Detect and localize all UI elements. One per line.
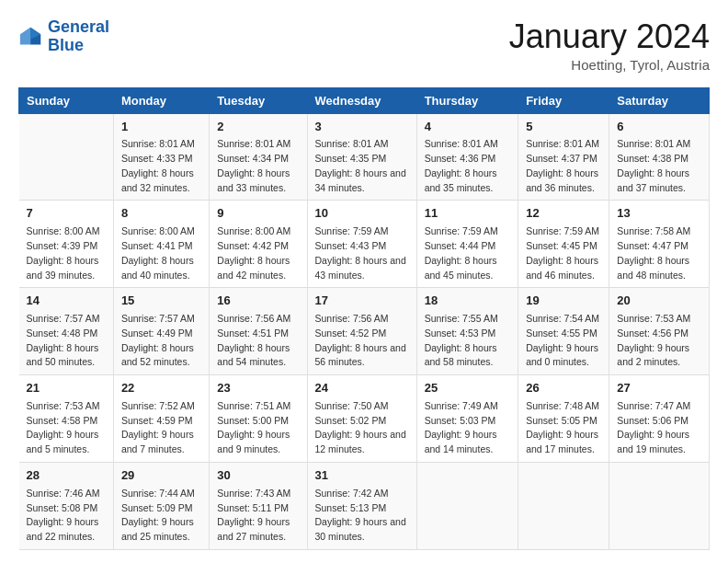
cell-w4-d2: 22Sunrise: 7:52 AMSunset: 4:59 PMDayligh… bbox=[113, 375, 209, 463]
week-row-5: 28Sunrise: 7:46 AMSunset: 5:08 PMDayligh… bbox=[19, 462, 710, 549]
cell-w1-d3: 2Sunrise: 8:01 AMSunset: 4:34 PMDaylight… bbox=[210, 113, 307, 201]
day-info-w1-d6: Sunrise: 8:01 AMSunset: 4:37 PMDaylight:… bbox=[526, 137, 601, 195]
cell-w3-d4: 17Sunrise: 7:56 AMSunset: 4:52 PMDayligh… bbox=[307, 288, 416, 375]
calendar-body: 1Sunrise: 8:01 AMSunset: 4:33 PMDaylight… bbox=[19, 113, 710, 549]
page-header: General Blue January 2024 Hoetting, Tyro… bbox=[18, 18, 710, 73]
header-sunday: Sunday bbox=[19, 87, 114, 113]
header-thursday: Thursday bbox=[416, 87, 518, 113]
day-number-w1-d4: 3 bbox=[315, 119, 409, 136]
day-number-w2-d7: 13 bbox=[617, 205, 701, 223]
cell-w2-d3: 9Sunrise: 8:00 AMSunset: 4:42 PMDaylight… bbox=[210, 201, 307, 288]
svg-marker-1 bbox=[20, 28, 30, 45]
cell-w4-d5: 25Sunrise: 7:49 AMSunset: 5:03 PMDayligh… bbox=[416, 375, 518, 463]
header-wednesday: Wednesday bbox=[307, 87, 416, 113]
logo-general: General bbox=[48, 17, 109, 36]
day-number-w1-d6: 5 bbox=[526, 119, 601, 136]
day-number-w4-d7: 27 bbox=[617, 380, 701, 397]
cell-w5-d6 bbox=[518, 462, 609, 549]
day-number-w3-d1: 14 bbox=[27, 293, 106, 310]
day-info-w3-d3: Sunrise: 7:56 AMSunset: 4:51 PMDaylight:… bbox=[217, 312, 299, 370]
day-number-w5-d1: 28 bbox=[27, 467, 106, 485]
day-info-w2-d3: Sunrise: 8:00 AMSunset: 4:42 PMDaylight:… bbox=[217, 224, 299, 282]
cell-w4-d4: 24Sunrise: 7:50 AMSunset: 5:02 PMDayligh… bbox=[307, 375, 416, 463]
cell-w1-d5: 4Sunrise: 8:01 AMSunset: 4:36 PMDaylight… bbox=[416, 113, 518, 201]
header-tuesday: Tuesday bbox=[210, 87, 307, 113]
cell-w2-d4: 10Sunrise: 7:59 AMSunset: 4:43 PMDayligh… bbox=[307, 201, 416, 288]
day-number-w4-d5: 25 bbox=[425, 380, 510, 397]
day-info-w2-d6: Sunrise: 7:59 AMSunset: 4:45 PMDaylight:… bbox=[526, 224, 601, 282]
day-number-w1-d2: 1 bbox=[121, 119, 201, 136]
day-number-w2-d5: 11 bbox=[425, 205, 510, 223]
day-info-w4-d6: Sunrise: 7:48 AMSunset: 5:05 PMDaylight:… bbox=[526, 399, 601, 457]
cell-w3-d6: 19Sunrise: 7:54 AMSunset: 4:55 PMDayligh… bbox=[518, 288, 609, 375]
day-number-w3-d6: 19 bbox=[526, 293, 601, 310]
day-number-w5-d3: 30 bbox=[217, 467, 299, 485]
day-number-w1-d5: 4 bbox=[425, 119, 510, 136]
week-row-3: 14Sunrise: 7:57 AMSunset: 4:48 PMDayligh… bbox=[19, 288, 710, 375]
logo-text: General bbox=[48, 18, 109, 37]
day-number-w2-d3: 9 bbox=[217, 205, 299, 223]
day-info-w3-d5: Sunrise: 7:55 AMSunset: 4:53 PMDaylight:… bbox=[425, 312, 510, 370]
cell-w1-d6: 5Sunrise: 8:01 AMSunset: 4:37 PMDaylight… bbox=[518, 113, 609, 201]
day-info-w4-d7: Sunrise: 7:47 AMSunset: 5:06 PMDaylight:… bbox=[617, 399, 701, 457]
cell-w5-d5 bbox=[416, 462, 518, 549]
title-block: January 2024 Hoetting, Tyrol, Austria bbox=[509, 18, 710, 73]
day-info-w5-d1: Sunrise: 7:46 AMSunset: 5:08 PMDaylight:… bbox=[27, 487, 106, 545]
day-info-w4-d5: Sunrise: 7:49 AMSunset: 5:03 PMDaylight:… bbox=[425, 399, 510, 457]
day-info-w4-d2: Sunrise: 7:52 AMSunset: 4:59 PMDaylight:… bbox=[121, 399, 201, 457]
cell-w4-d6: 26Sunrise: 7:48 AMSunset: 5:05 PMDayligh… bbox=[518, 375, 609, 463]
logo: General Blue bbox=[18, 18, 109, 55]
day-number-w4-d1: 21 bbox=[27, 380, 106, 397]
day-number-w5-d2: 29 bbox=[121, 467, 201, 485]
header-monday: Monday bbox=[113, 87, 209, 113]
cell-w2-d6: 12Sunrise: 7:59 AMSunset: 4:45 PMDayligh… bbox=[518, 201, 609, 288]
cell-w3-d7: 20Sunrise: 7:53 AMSunset: 4:56 PMDayligh… bbox=[609, 288, 710, 375]
day-number-w3-d2: 15 bbox=[121, 293, 201, 310]
day-number-w4-d6: 26 bbox=[526, 380, 601, 397]
day-number-w4-d4: 24 bbox=[315, 380, 409, 397]
day-info-w2-d4: Sunrise: 7:59 AMSunset: 4:43 PMDaylight:… bbox=[315, 224, 409, 282]
day-info-w4-d1: Sunrise: 7:53 AMSunset: 4:58 PMDaylight:… bbox=[27, 399, 106, 457]
cell-w2-d1: 7Sunrise: 8:00 AMSunset: 4:39 PMDaylight… bbox=[19, 201, 114, 288]
week-row-2: 7Sunrise: 8:00 AMSunset: 4:39 PMDaylight… bbox=[19, 201, 710, 288]
day-info-w1-d5: Sunrise: 8:01 AMSunset: 4:36 PMDaylight:… bbox=[425, 137, 510, 195]
day-number-w5-d4: 31 bbox=[315, 467, 409, 485]
day-number-w2-d2: 8 bbox=[121, 205, 201, 223]
cell-w2-d7: 13Sunrise: 7:58 AMSunset: 4:47 PMDayligh… bbox=[609, 201, 710, 288]
day-info-w2-d2: Sunrise: 8:00 AMSunset: 4:41 PMDaylight:… bbox=[121, 224, 201, 282]
cell-w2-d2: 8Sunrise: 8:00 AMSunset: 4:41 PMDaylight… bbox=[113, 201, 209, 288]
cell-w5-d4: 31Sunrise: 7:42 AMSunset: 5:13 PMDayligh… bbox=[307, 462, 416, 549]
day-info-w5-d3: Sunrise: 7:43 AMSunset: 5:11 PMDaylight:… bbox=[217, 487, 299, 545]
day-number-w4-d3: 23 bbox=[217, 380, 299, 397]
cell-w1-d4: 3Sunrise: 8:01 AMSunset: 4:35 PMDaylight… bbox=[307, 113, 416, 201]
day-number-w2-d1: 7 bbox=[27, 205, 106, 223]
logo-icon bbox=[18, 24, 44, 50]
header-saturday: Saturday bbox=[609, 87, 710, 113]
cell-w3-d3: 16Sunrise: 7:56 AMSunset: 4:51 PMDayligh… bbox=[210, 288, 307, 375]
day-number-w1-d7: 6 bbox=[617, 119, 701, 136]
week-row-4: 21Sunrise: 7:53 AMSunset: 4:58 PMDayligh… bbox=[19, 375, 710, 463]
day-number-w3-d4: 17 bbox=[315, 293, 409, 310]
cell-w4-d1: 21Sunrise: 7:53 AMSunset: 4:58 PMDayligh… bbox=[19, 375, 114, 463]
cell-w5-d3: 30Sunrise: 7:43 AMSunset: 5:11 PMDayligh… bbox=[210, 462, 307, 549]
cell-w2-d5: 11Sunrise: 7:59 AMSunset: 4:44 PMDayligh… bbox=[416, 201, 518, 288]
day-info-w3-d7: Sunrise: 7:53 AMSunset: 4:56 PMDaylight:… bbox=[617, 312, 701, 370]
cell-w4-d3: 23Sunrise: 7:51 AMSunset: 5:00 PMDayligh… bbox=[210, 375, 307, 463]
header-row: Sunday Monday Tuesday Wednesday Thursday… bbox=[19, 87, 710, 113]
cell-w5-d7 bbox=[609, 462, 710, 549]
day-number-w3-d3: 16 bbox=[217, 293, 299, 310]
day-info-w4-d3: Sunrise: 7:51 AMSunset: 5:00 PMDaylight:… bbox=[217, 399, 299, 457]
day-info-w5-d2: Sunrise: 7:44 AMSunset: 5:09 PMDaylight:… bbox=[121, 487, 201, 545]
cell-w3-d2: 15Sunrise: 7:57 AMSunset: 4:49 PMDayligh… bbox=[113, 288, 209, 375]
calendar-title: January 2024 bbox=[509, 18, 710, 55]
day-info-w4-d4: Sunrise: 7:50 AMSunset: 5:02 PMDaylight:… bbox=[315, 399, 409, 457]
day-info-w3-d2: Sunrise: 7:57 AMSunset: 4:49 PMDaylight:… bbox=[121, 312, 201, 370]
week-row-1: 1Sunrise: 8:01 AMSunset: 4:33 PMDaylight… bbox=[19, 113, 710, 201]
cell-w3-d1: 14Sunrise: 7:57 AMSunset: 4:48 PMDayligh… bbox=[19, 288, 114, 375]
day-number-w2-d4: 10 bbox=[315, 205, 409, 223]
day-info-w3-d6: Sunrise: 7:54 AMSunset: 4:55 PMDaylight:… bbox=[526, 312, 601, 370]
day-info-w3-d4: Sunrise: 7:56 AMSunset: 4:52 PMDaylight:… bbox=[315, 312, 409, 370]
calendar-subtitle: Hoetting, Tyrol, Austria bbox=[509, 57, 710, 73]
cell-w1-d7: 6Sunrise: 8:01 AMSunset: 4:38 PMDaylight… bbox=[609, 113, 710, 201]
calendar-header: Sunday Monday Tuesday Wednesday Thursday… bbox=[19, 87, 710, 113]
